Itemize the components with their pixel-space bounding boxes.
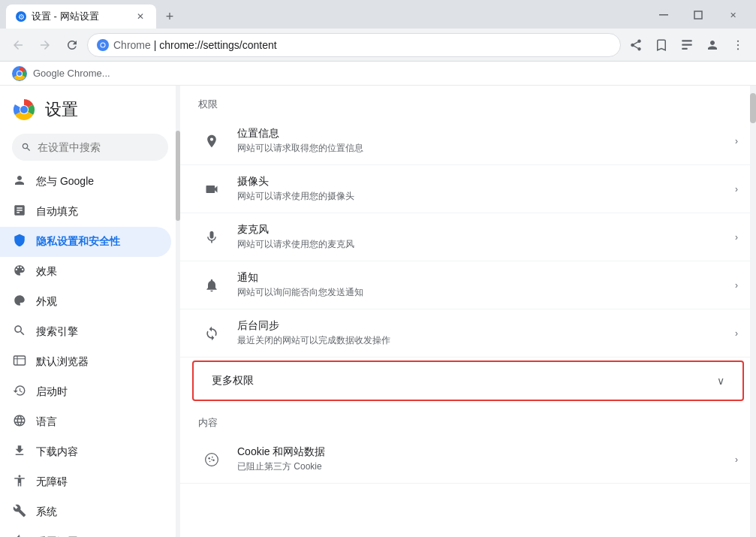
notifications-desc: 网站可以询问能否向您发送通知 <box>237 286 735 299</box>
microphone-text: 麦克风 网站可以请求使用您的麦克风 <box>237 223 735 251</box>
sidebar-search <box>0 128 180 167</box>
content-scrollbar[interactable] <box>750 86 756 537</box>
maximize-button[interactable] <box>681 5 715 26</box>
svg-point-24 <box>209 460 211 462</box>
sidebar-label-autofill: 自动填充 <box>36 205 78 219</box>
sidebar-label-accessibility: 无障碍 <box>36 475 68 489</box>
address-bar[interactable]: Chrome | chrome://settings/content <box>87 33 621 57</box>
svg-rect-19 <box>14 356 26 365</box>
more-permissions-arrow: ∨ <box>717 375 724 387</box>
sidebar-item-google[interactable]: 您与 Google <box>0 167 171 197</box>
notifications-icon <box>198 272 225 299</box>
close-button[interactable]: ✕ <box>715 5 750 26</box>
sidebar-nav: 您与 Google 自动填充 隐私设置和安全性 <box>0 167 180 537</box>
new-tab-button[interactable]: + <box>159 6 180 27</box>
notifications-title: 通知 <box>237 271 735 285</box>
list-item-microphone[interactable]: 麦克风 网站可以请求使用您的麦克风 › <box>180 213 756 261</box>
sidebar-item-effects[interactable]: 效果 <box>0 257 171 287</box>
forward-button[interactable] <box>33 33 57 57</box>
list-item-cookies[interactable]: Cookie 和网站数据 已阻止第三方 Cookie › <box>180 436 756 484</box>
sidebar-item-startup[interactable]: 启动时 <box>0 377 171 407</box>
content-scrollbar-thumb <box>750 93 756 123</box>
sidebar-label-appearance: 外观 <box>36 295 57 309</box>
sidebar-item-search[interactable]: 搜索引擎 <box>0 317 171 347</box>
window-controls: ✕ <box>646 5 750 26</box>
more-permissions-item[interactable]: 更多权限 ∨ <box>192 361 744 401</box>
permissions-label: 权限 <box>180 86 756 117</box>
svg-point-23 <box>212 459 215 461</box>
content-area: 权限 位置信息 网站可以请求取得您的位置信息 › <box>180 86 756 537</box>
search-input[interactable] <box>38 141 159 153</box>
sidebar-item-accessibility[interactable]: 无障碍 <box>0 467 171 497</box>
tab-title: 设置 - 网站设置 <box>32 10 129 23</box>
menu-button[interactable] <box>726 33 750 57</box>
search-box[interactable] <box>12 134 168 161</box>
active-tab[interactable]: ⚙ 设置 - 网站设置 ✕ <box>6 5 156 29</box>
svg-rect-8 <box>682 44 692 45</box>
sidebar-item-privacy[interactable]: 隐私设置和安全性 <box>0 227 171 257</box>
location-text: 位置信息 网站可以请求取得您的位置信息 <box>237 127 735 155</box>
list-item-background-sync[interactable]: 后台同步 最近关闭的网站可以完成数据收发操作 › <box>180 309 756 357</box>
background-sync-arrow: › <box>735 328 738 339</box>
cookies-desc: 已阻止第三方 Cookie <box>237 460 735 473</box>
list-item-location[interactable]: 位置信息 网站可以请求取得您的位置信息 › <box>180 117 756 165</box>
svg-point-21 <box>208 457 210 460</box>
reload-button[interactable] <box>60 33 84 57</box>
cookies-arrow: › <box>735 454 738 465</box>
list-item-camera[interactable]: 摄像头 网站可以请求使用您的摄像头 › <box>180 165 756 213</box>
bookmark-button[interactable] <box>649 33 673 57</box>
sidebar-label-download: 下载内容 <box>36 445 78 459</box>
cookies-icon <box>198 446 225 473</box>
sidebar-item-system[interactable]: 系统 <box>0 497 171 527</box>
search-engine-icon <box>12 324 27 340</box>
tab-close-button[interactable]: ✕ <box>134 10 147 23</box>
svg-point-12 <box>737 48 739 50</box>
address-brand: Chrome <box>113 39 151 51</box>
sidebar-item-download[interactable]: 下载内容 <box>0 437 171 467</box>
address-bar-favicon <box>97 39 109 51</box>
sidebar-item-appearance[interactable]: 外观 <box>0 287 171 317</box>
sidebar-item-default-browser[interactable]: 默认浏览器 <box>0 347 171 377</box>
sidebar-label-language: 语言 <box>36 415 57 429</box>
list-item-notifications[interactable]: 通知 网站可以询问能否向您发送通知 › <box>180 261 756 309</box>
sidebar-label-system: 系统 <box>36 505 57 519</box>
back-button[interactable] <box>6 33 30 57</box>
reset-icon <box>12 534 27 537</box>
content-inner: 权限 位置信息 网站可以请求取得您的位置信息 › <box>180 86 756 499</box>
autofill-icon <box>12 204 27 220</box>
person-icon <box>12 173 27 190</box>
microphone-desc: 网站可以请求使用您的麦克风 <box>237 238 735 251</box>
settings-logo <box>12 98 36 122</box>
sidebar-item-language[interactable]: 语言 <box>0 407 171 437</box>
address-text: Chrome | chrome://settings/content <box>113 39 611 51</box>
tab-bar: ⚙ 设置 - 网站设置 ✕ + <box>6 5 646 29</box>
microphone-icon <box>198 224 225 251</box>
background-sync-title: 后台同步 <box>237 319 735 333</box>
minimize-button[interactable] <box>646 5 681 26</box>
background-sync-desc: 最近关闭的网站可以完成数据收发操作 <box>237 334 735 347</box>
share-button[interactable] <box>624 33 648 57</box>
cookies-title: Cookie 和网站数据 <box>237 445 735 459</box>
svg-point-18 <box>20 106 28 113</box>
sidebar-item-reset[interactable]: 重置设置 <box>0 527 171 537</box>
startup-icon <box>12 384 27 400</box>
camera-icon <box>198 176 225 203</box>
tab-search-button[interactable] <box>675 33 699 57</box>
tab-favicon: ⚙ <box>15 11 27 23</box>
cookies-text: Cookie 和网站数据 已阻止第三方 Cookie <box>237 445 735 473</box>
location-title: 位置信息 <box>237 127 735 140</box>
notifications-arrow: › <box>735 280 738 291</box>
profile-button[interactable] <box>700 33 724 57</box>
download-icon <box>12 444 27 460</box>
chrome-info-bar: Google Chrome... <box>0 62 756 86</box>
address-url: chrome://settings/content <box>159 39 276 51</box>
sidebar-label-privacy: 隐私设置和安全性 <box>36 235 120 249</box>
microphone-arrow: › <box>735 232 738 243</box>
sidebar-item-autofill[interactable]: 自动填充 <box>0 197 171 227</box>
location-arrow: › <box>735 136 738 146</box>
sidebar-label-startup: 启动时 <box>36 385 68 399</box>
browser-window: ⚙ 设置 - 网站设置 ✕ + ✕ <box>0 0 756 537</box>
camera-title: 摄像头 <box>237 175 735 189</box>
content-label: 内容 <box>180 404 756 436</box>
sidebar-label-default-browser: 默认浏览器 <box>36 355 89 369</box>
